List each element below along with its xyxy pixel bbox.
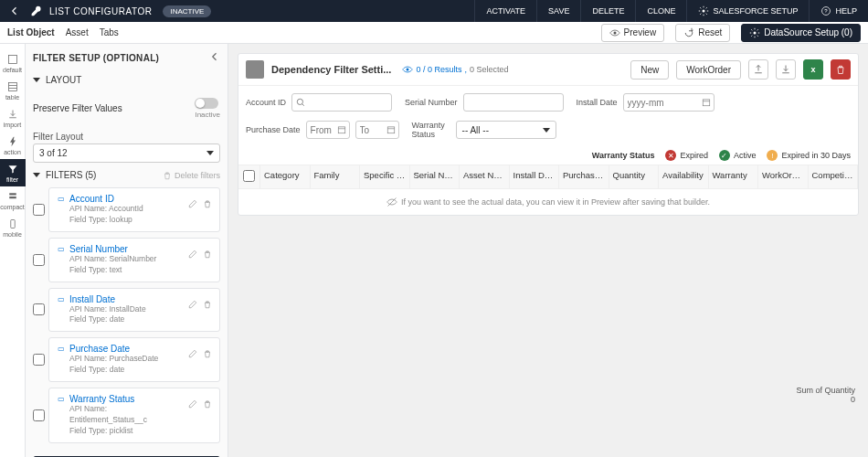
preview-button[interactable]: Preview <box>601 24 665 42</box>
calendar-icon <box>702 98 711 107</box>
rail-compact[interactable]: compact <box>0 186 26 214</box>
reset-button[interactable]: Reset <box>675 24 730 42</box>
warranty-status-select[interactable]: -- All -- <box>456 121 556 139</box>
filter-field-type: Field Type: picklist <box>69 426 185 437</box>
filter-panel-title: FILTER SETUP (OPTIONAL) <box>33 53 159 63</box>
filter-card[interactable]: ▭ Purchase Date API Name: PurchaseDate F… <box>48 337 220 382</box>
svg-rect-15 <box>338 127 345 133</box>
reset-icon <box>683 27 694 38</box>
preserve-filter-toggle[interactable] <box>195 98 218 109</box>
rail-action[interactable]: action <box>0 132 26 159</box>
salesforce-setup-button[interactable]: SALESFORCE SETUP <box>686 0 809 22</box>
sum-footer: Sum of Quantity 0 <box>796 386 855 404</box>
edit-icon[interactable] <box>188 199 197 208</box>
bolt-icon <box>7 136 18 147</box>
rail-import-label: import <box>4 122 21 128</box>
rail-filter[interactable]: filter <box>0 159 26 186</box>
rail-default[interactable]: default <box>0 49 26 77</box>
delete-filters-label: Delete filters <box>175 171 220 180</box>
filter-select-checkbox[interactable] <box>33 254 45 266</box>
clone-button[interactable]: CLONE <box>635 0 686 22</box>
table-header: CategoryFamilySpecific Ty...Serial Nu...… <box>238 165 858 189</box>
filter-select-checkbox[interactable] <box>33 303 45 315</box>
table-column-header[interactable]: Install Date <box>510 165 560 188</box>
filter-select-checkbox[interactable] <box>33 204 45 216</box>
svg-point-4 <box>754 31 757 34</box>
trash-icon[interactable] <box>203 349 212 358</box>
trash-icon[interactable] <box>203 199 212 208</box>
table-column-header[interactable]: Serial Nu... <box>410 165 460 188</box>
edit-icon[interactable] <box>188 250 197 259</box>
filter-name: Warranty Status <box>69 394 134 404</box>
account-id-label: Account ID <box>246 98 286 107</box>
filter-card[interactable]: ▭ Account ID API Name: AccountId Field T… <box>48 187 220 232</box>
chevron-down-icon <box>543 128 550 133</box>
layout-section-header[interactable]: LAYOUT <box>33 71 220 89</box>
eye-icon <box>609 27 620 38</box>
results-count: 0 / 0 Results <box>416 65 461 74</box>
warranty-status-value: -- All -- <box>462 125 489 135</box>
tab-tabs[interactable]: Tabs <box>100 27 119 37</box>
tab-list-object[interactable]: List Object <box>7 27 55 37</box>
table-column-header[interactable]: Asset Name <box>460 165 510 188</box>
filter-name: Account ID <box>69 194 114 204</box>
filter-layout-select[interactable]: 3 of 12 <box>33 143 220 163</box>
datasource-setup-button[interactable]: DataSource Setup (0) <box>741 24 861 42</box>
excel-button[interactable]: x <box>803 59 823 80</box>
share-button[interactable] <box>748 59 768 80</box>
filter-select-checkbox[interactable] <box>33 409 45 421</box>
edit-icon[interactable] <box>188 399 197 409</box>
edit-icon[interactable] <box>188 300 197 309</box>
serial-number-input[interactable] <box>463 93 564 112</box>
trash-icon[interactable] <box>203 300 212 309</box>
account-id-input[interactable] <box>291 93 392 112</box>
rail-filter-label: filter <box>6 176 18 183</box>
table-column-header[interactable]: Purchase ... <box>559 165 609 188</box>
workorder-button[interactable]: WorkOrder <box>676 60 741 80</box>
table-column-header[interactable]: Family <box>311 165 361 188</box>
rail-table[interactable]: table <box>0 77 26 104</box>
selected-count: 0 Selected <box>470 65 509 74</box>
table-column-header[interactable]: Competito... <box>809 165 859 188</box>
select-all-checkbox[interactable] <box>243 170 255 182</box>
filter-field-type: Field Type: lookup <box>69 215 185 226</box>
table-column-header[interactable]: Availability <box>659 165 709 188</box>
trash-icon[interactable] <box>203 399 212 409</box>
edit-icon[interactable] <box>188 349 197 358</box>
filter-select-checkbox[interactable] <box>33 354 45 366</box>
rail-mobile[interactable]: mobile <box>0 214 26 241</box>
delete-button[interactable]: DELETE <box>580 0 635 22</box>
trash-icon[interactable] <box>203 250 212 259</box>
tab-asset[interactable]: Asset <box>66 27 89 37</box>
sum-value: 0 <box>796 395 855 404</box>
picklist-icon: ▭ <box>57 395 66 404</box>
download-button[interactable] <box>776 59 796 80</box>
preserve-filter-label: Preserve Filter Values <box>33 103 122 113</box>
trash-icon <box>163 171 172 180</box>
rail-import[interactable]: import <box>0 104 26 132</box>
rail-action-label: action <box>4 149 21 155</box>
legend-label: Expired <box>680 151 708 160</box>
filter-card[interactable]: ▭ Install Date API Name: InstallDate Fie… <box>48 288 220 333</box>
delete-filters-link[interactable]: Delete filters <box>163 171 220 180</box>
legend-item: !Expired in 30 Days <box>767 150 851 161</box>
filter-card[interactable]: ▭ Serial Number API Name: SerialNumber F… <box>48 238 220 282</box>
table-column-header[interactable]: Warranty <box>709 165 759 188</box>
back-button[interactable] <box>7 4 22 18</box>
pdf-button[interactable] <box>831 59 851 80</box>
filters-section-header[interactable]: FILTERS (5) <box>33 170 96 180</box>
text-icon: ▭ <box>57 345 66 354</box>
collapse-panel-button[interactable] <box>209 51 220 64</box>
help-button[interactable]: ? HELP <box>809 0 868 22</box>
new-button[interactable]: New <box>630 60 669 80</box>
save-button[interactable]: SAVE <box>536 0 580 22</box>
table-column-header[interactable]: Quantity <box>609 165 660 188</box>
table-column-header[interactable]: Category <box>260 165 311 188</box>
warranty-legend: Warranty Status ✕Expired✓Active!Expired … <box>238 146 858 165</box>
table-column-header[interactable]: WorkOrder <box>758 165 809 188</box>
table-column-header[interactable]: Specific Ty... <box>360 165 410 188</box>
filter-card[interactable]: ▭ Warranty Status API Name: Entitlement_… <box>48 388 220 443</box>
install-date-input[interactable] <box>623 93 715 112</box>
layout-section-label: LAYOUT <box>46 75 81 85</box>
activate-button[interactable]: ACTIVATE <box>474 0 536 22</box>
